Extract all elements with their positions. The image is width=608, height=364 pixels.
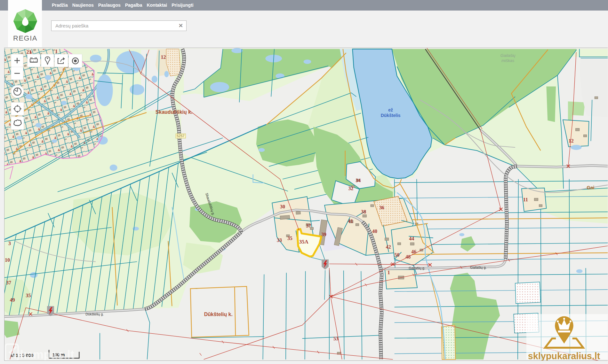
svg-text:Gailašių g.: Gailašių g. <box>409 266 425 270</box>
svg-text:33: 33 <box>277 237 282 243</box>
svg-text:Dūkštelių g.: Dūkštelių g. <box>85 312 104 316</box>
svg-text:34: 34 <box>356 178 361 183</box>
svg-text:Gailašių: Gailašių <box>500 53 516 58</box>
svg-text:37: 37 <box>6 280 11 285</box>
svg-text:44: 44 <box>409 236 414 241</box>
svg-text:Dūkštelis: Dūkštelis <box>381 113 401 118</box>
svg-text:30: 30 <box>280 204 285 209</box>
svg-text:50: 50 <box>395 252 400 258</box>
svg-text:5257: 5257 <box>177 134 184 138</box>
svg-text:ež: ež <box>388 107 393 112</box>
svg-text:46: 46 <box>411 249 416 254</box>
svg-text:35A: 35A <box>299 239 309 245</box>
svg-text:37: 37 <box>306 223 311 228</box>
svg-text:Gailašių g.: Gailašių g. <box>470 266 487 269</box>
svg-text:12: 12 <box>569 138 574 143</box>
svg-text:kampas.lt: kampas.lt <box>20 348 74 361</box>
svg-text:1: 1 <box>388 270 390 275</box>
svg-text:48: 48 <box>405 254 411 259</box>
svg-text:1: 1 <box>55 49 58 54</box>
svg-text:36: 36 <box>379 205 384 210</box>
svg-text:Skauduliškių k.: Skauduliškių k. <box>156 109 193 115</box>
svg-text:32: 32 <box>348 186 354 191</box>
svg-text:35: 35 <box>287 236 292 241</box>
svg-text:10: 10 <box>5 257 10 263</box>
svg-text:sklypukaralius.lt: sklypukaralius.lt <box>528 351 600 361</box>
svg-text:Gai: Gai <box>587 185 594 190</box>
svg-text:40: 40 <box>372 228 377 234</box>
svg-text:41: 41 <box>348 218 353 224</box>
svg-text:3: 3 <box>8 241 11 246</box>
svg-text:38: 38 <box>361 209 366 214</box>
svg-text:12: 12 <box>161 54 166 60</box>
svg-text:53: 53 <box>333 336 339 341</box>
svg-text:39: 39 <box>321 232 326 237</box>
svg-text:35: 35 <box>26 293 31 298</box>
svg-text:11: 11 <box>523 197 528 202</box>
svg-text:miškas: miškas <box>501 58 515 63</box>
svg-text:Dūkštelių k.: Dūkštelių k. <box>204 312 233 317</box>
svg-text:42: 42 <box>386 244 391 250</box>
svg-text:49: 49 <box>10 297 15 303</box>
